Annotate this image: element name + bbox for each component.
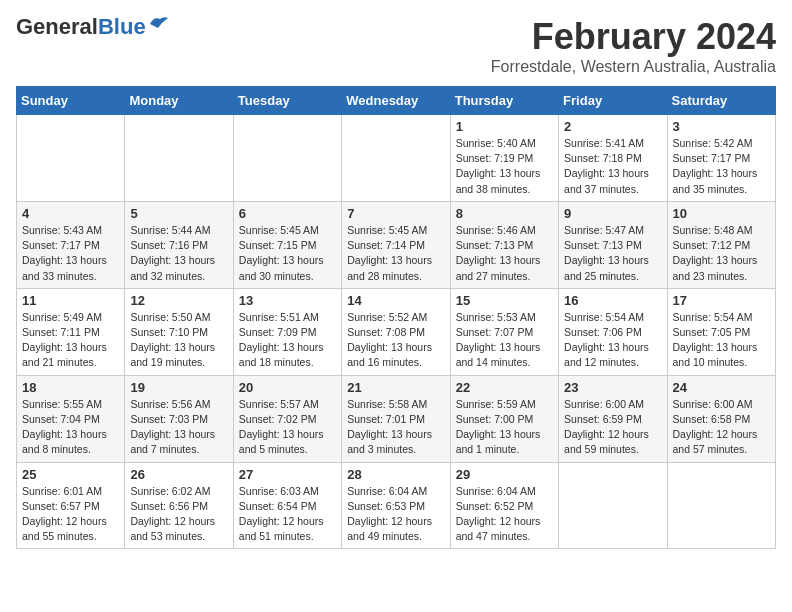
- calendar-cell: 29Sunrise: 6:04 AMSunset: 6:52 PMDayligh…: [450, 462, 558, 549]
- weekday-header: Wednesday: [342, 87, 450, 115]
- calendar-cell: 24Sunrise: 6:00 AMSunset: 6:58 PMDayligh…: [667, 375, 775, 462]
- logo-blue: Blue: [98, 14, 146, 39]
- day-number: 2: [564, 119, 661, 134]
- day-info: Sunrise: 5:53 AMSunset: 7:07 PMDaylight:…: [456, 310, 553, 371]
- day-number: 4: [22, 206, 119, 221]
- day-number: 16: [564, 293, 661, 308]
- day-info: Sunrise: 5:59 AMSunset: 7:00 PMDaylight:…: [456, 397, 553, 458]
- weekday-header: Thursday: [450, 87, 558, 115]
- day-number: 19: [130, 380, 227, 395]
- calendar-cell: 16Sunrise: 5:54 AMSunset: 7:06 PMDayligh…: [559, 288, 667, 375]
- weekday-header: Monday: [125, 87, 233, 115]
- day-number: 1: [456, 119, 553, 134]
- calendar-cell: 6Sunrise: 5:45 AMSunset: 7:15 PMDaylight…: [233, 201, 341, 288]
- day-number: 11: [22, 293, 119, 308]
- calendar-cell: 22Sunrise: 5:59 AMSunset: 7:00 PMDayligh…: [450, 375, 558, 462]
- day-number: 9: [564, 206, 661, 221]
- logo: GeneralBlue: [16, 16, 170, 38]
- day-info: Sunrise: 5:43 AMSunset: 7:17 PMDaylight:…: [22, 223, 119, 284]
- day-info: Sunrise: 6:00 AMSunset: 6:59 PMDaylight:…: [564, 397, 661, 458]
- day-info: Sunrise: 5:52 AMSunset: 7:08 PMDaylight:…: [347, 310, 444, 371]
- calendar-cell: 13Sunrise: 5:51 AMSunset: 7:09 PMDayligh…: [233, 288, 341, 375]
- calendar-cell: 15Sunrise: 5:53 AMSunset: 7:07 PMDayligh…: [450, 288, 558, 375]
- calendar-cell: 8Sunrise: 5:46 AMSunset: 7:13 PMDaylight…: [450, 201, 558, 288]
- day-info: Sunrise: 5:57 AMSunset: 7:02 PMDaylight:…: [239, 397, 336, 458]
- weekday-header: Saturday: [667, 87, 775, 115]
- logo-text: GeneralBlue: [16, 16, 146, 38]
- calendar-cell: 17Sunrise: 5:54 AMSunset: 7:05 PMDayligh…: [667, 288, 775, 375]
- day-info: Sunrise: 6:04 AMSunset: 6:53 PMDaylight:…: [347, 484, 444, 545]
- calendar-week-row: 11Sunrise: 5:49 AMSunset: 7:11 PMDayligh…: [17, 288, 776, 375]
- title-area: February 2024 Forrestdale, Western Austr…: [491, 16, 776, 76]
- calendar-cell: [125, 115, 233, 202]
- day-number: 18: [22, 380, 119, 395]
- day-info: Sunrise: 5:46 AMSunset: 7:13 PMDaylight:…: [456, 223, 553, 284]
- calendar-cell: 10Sunrise: 5:48 AMSunset: 7:12 PMDayligh…: [667, 201, 775, 288]
- calendar-cell: 28Sunrise: 6:04 AMSunset: 6:53 PMDayligh…: [342, 462, 450, 549]
- day-info: Sunrise: 5:48 AMSunset: 7:12 PMDaylight:…: [673, 223, 770, 284]
- logo-general: General: [16, 14, 98, 39]
- calendar-cell: 12Sunrise: 5:50 AMSunset: 7:10 PMDayligh…: [125, 288, 233, 375]
- day-number: 29: [456, 467, 553, 482]
- logo-bird-icon: [148, 14, 170, 32]
- day-info: Sunrise: 6:02 AMSunset: 6:56 PMDaylight:…: [130, 484, 227, 545]
- calendar-cell: 20Sunrise: 5:57 AMSunset: 7:02 PMDayligh…: [233, 375, 341, 462]
- calendar-week-row: 4Sunrise: 5:43 AMSunset: 7:17 PMDaylight…: [17, 201, 776, 288]
- weekday-header: Friday: [559, 87, 667, 115]
- calendar-cell: 3Sunrise: 5:42 AMSunset: 7:17 PMDaylight…: [667, 115, 775, 202]
- day-info: Sunrise: 5:42 AMSunset: 7:17 PMDaylight:…: [673, 136, 770, 197]
- day-number: 6: [239, 206, 336, 221]
- day-number: 20: [239, 380, 336, 395]
- day-info: Sunrise: 5:40 AMSunset: 7:19 PMDaylight:…: [456, 136, 553, 197]
- calendar-cell: 9Sunrise: 5:47 AMSunset: 7:13 PMDaylight…: [559, 201, 667, 288]
- day-info: Sunrise: 5:58 AMSunset: 7:01 PMDaylight:…: [347, 397, 444, 458]
- weekday-header: Sunday: [17, 87, 125, 115]
- calendar-cell: [17, 115, 125, 202]
- calendar-cell: 7Sunrise: 5:45 AMSunset: 7:14 PMDaylight…: [342, 201, 450, 288]
- day-info: Sunrise: 5:54 AMSunset: 7:06 PMDaylight:…: [564, 310, 661, 371]
- calendar-cell: [233, 115, 341, 202]
- day-info: Sunrise: 5:54 AMSunset: 7:05 PMDaylight:…: [673, 310, 770, 371]
- calendar-cell: 1Sunrise: 5:40 AMSunset: 7:19 PMDaylight…: [450, 115, 558, 202]
- day-number: 3: [673, 119, 770, 134]
- calendar-week-row: 25Sunrise: 6:01 AMSunset: 6:57 PMDayligh…: [17, 462, 776, 549]
- location-title: Forrestdale, Western Australia, Australi…: [491, 58, 776, 76]
- calendar-cell: 25Sunrise: 6:01 AMSunset: 6:57 PMDayligh…: [17, 462, 125, 549]
- day-info: Sunrise: 6:00 AMSunset: 6:58 PMDaylight:…: [673, 397, 770, 458]
- day-info: Sunrise: 5:51 AMSunset: 7:09 PMDaylight:…: [239, 310, 336, 371]
- calendar-week-row: 1Sunrise: 5:40 AMSunset: 7:19 PMDaylight…: [17, 115, 776, 202]
- day-info: Sunrise: 6:04 AMSunset: 6:52 PMDaylight:…: [456, 484, 553, 545]
- day-info: Sunrise: 5:45 AMSunset: 7:14 PMDaylight:…: [347, 223, 444, 284]
- day-number: 25: [22, 467, 119, 482]
- calendar-cell: 11Sunrise: 5:49 AMSunset: 7:11 PMDayligh…: [17, 288, 125, 375]
- calendar-cell: 18Sunrise: 5:55 AMSunset: 7:04 PMDayligh…: [17, 375, 125, 462]
- day-number: 26: [130, 467, 227, 482]
- calendar-header-row: SundayMondayTuesdayWednesdayThursdayFrid…: [17, 87, 776, 115]
- day-number: 10: [673, 206, 770, 221]
- calendar-cell: 26Sunrise: 6:02 AMSunset: 6:56 PMDayligh…: [125, 462, 233, 549]
- calendar-cell: 19Sunrise: 5:56 AMSunset: 7:03 PMDayligh…: [125, 375, 233, 462]
- day-number: 13: [239, 293, 336, 308]
- day-info: Sunrise: 5:45 AMSunset: 7:15 PMDaylight:…: [239, 223, 336, 284]
- day-number: 17: [673, 293, 770, 308]
- page-header: GeneralBlue February 2024 Forrestdale, W…: [16, 16, 776, 76]
- day-number: 23: [564, 380, 661, 395]
- day-number: 22: [456, 380, 553, 395]
- day-number: 12: [130, 293, 227, 308]
- day-info: Sunrise: 5:49 AMSunset: 7:11 PMDaylight:…: [22, 310, 119, 371]
- day-info: Sunrise: 5:56 AMSunset: 7:03 PMDaylight:…: [130, 397, 227, 458]
- day-number: 14: [347, 293, 444, 308]
- day-number: 7: [347, 206, 444, 221]
- calendar-cell: 14Sunrise: 5:52 AMSunset: 7:08 PMDayligh…: [342, 288, 450, 375]
- weekday-header: Tuesday: [233, 87, 341, 115]
- calendar-table: SundayMondayTuesdayWednesdayThursdayFrid…: [16, 86, 776, 549]
- calendar-cell: 21Sunrise: 5:58 AMSunset: 7:01 PMDayligh…: [342, 375, 450, 462]
- calendar-week-row: 18Sunrise: 5:55 AMSunset: 7:04 PMDayligh…: [17, 375, 776, 462]
- day-number: 15: [456, 293, 553, 308]
- calendar-cell: 2Sunrise: 5:41 AMSunset: 7:18 PMDaylight…: [559, 115, 667, 202]
- day-info: Sunrise: 6:01 AMSunset: 6:57 PMDaylight:…: [22, 484, 119, 545]
- day-info: Sunrise: 5:41 AMSunset: 7:18 PMDaylight:…: [564, 136, 661, 197]
- day-number: 27: [239, 467, 336, 482]
- calendar-cell: 27Sunrise: 6:03 AMSunset: 6:54 PMDayligh…: [233, 462, 341, 549]
- day-info: Sunrise: 5:44 AMSunset: 7:16 PMDaylight:…: [130, 223, 227, 284]
